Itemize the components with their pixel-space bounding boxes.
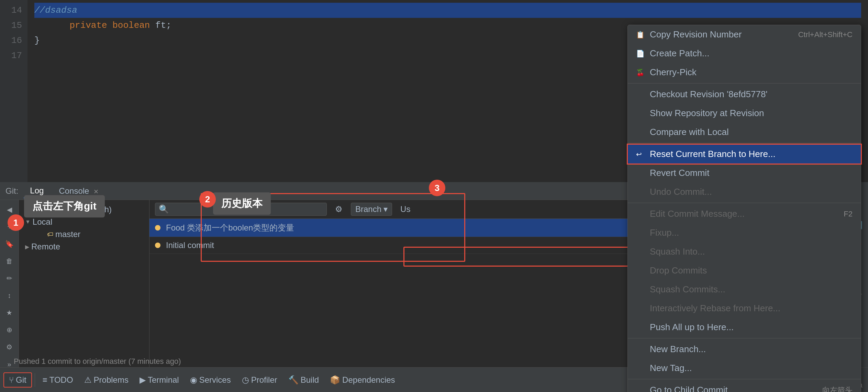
tree-item-master[interactable]: 🏷 master bbox=[22, 228, 146, 240]
sep-4 bbox=[628, 338, 861, 338]
toolbar-build[interactable]: 🔨 Build bbox=[283, 373, 324, 387]
compare-label: Compare with Local bbox=[650, 127, 853, 137]
menu-fixup: Fixup... bbox=[628, 223, 861, 242]
toolbar-git[interactable]: ⑂ Git bbox=[3, 372, 32, 388]
copy-revision-label: Copy Revision Number bbox=[650, 29, 794, 40]
squash-commits-label: Squash Commits... bbox=[650, 284, 853, 295]
toolbar-problems[interactable]: ⚠ Problems bbox=[79, 373, 133, 387]
circle-3: 3 bbox=[429, 180, 445, 196]
copy-revision-shortcut: Ctrl+Alt+Shift+C bbox=[798, 30, 853, 39]
branch-icon: 🏷 bbox=[47, 231, 53, 238]
circle-1: 1 bbox=[8, 214, 24, 231]
menu-edit-message: Edit Commit Message... F2 bbox=[628, 204, 861, 223]
reset-label: Reset Current Branch to Here... bbox=[650, 149, 853, 159]
profiler-label: Profiler bbox=[251, 375, 277, 385]
revert-label: Revert Commit bbox=[650, 168, 853, 178]
sidebar-plus-icon[interactable]: ⊕ bbox=[2, 323, 16, 337]
toolbar-services[interactable]: ◉ Services bbox=[185, 373, 236, 387]
build-icon: 🔨 bbox=[288, 375, 299, 385]
undo-label: Undo Commit... bbox=[650, 187, 853, 197]
goto-child-shortcut: 向左箭头 bbox=[822, 385, 853, 392]
menu-show-repo[interactable]: Show Repository at Revision bbox=[628, 104, 861, 123]
menu-undo-commit: Undo Commit... bbox=[628, 182, 861, 201]
line-num-14: 14 bbox=[0, 3, 22, 18]
terminal-label: Terminal bbox=[148, 375, 179, 385]
new-branch-label: New Branch... bbox=[650, 344, 853, 355]
build-label: Build bbox=[301, 375, 319, 385]
toolbar-todo[interactable]: ≡ TODO bbox=[38, 373, 78, 387]
menu-squash-into: Squash Into... bbox=[628, 242, 861, 261]
settings-icon[interactable]: ⚙ bbox=[331, 203, 347, 215]
menu-reset-branch[interactable]: ↩ Reset Current Branch to Here... bbox=[628, 145, 861, 164]
dependencies-label: Dependencies bbox=[342, 375, 395, 385]
sidebar-star-icon[interactable]: ★ bbox=[2, 306, 16, 320]
cherry-pick-label: Cherry-Pick bbox=[650, 67, 853, 78]
menu-new-tag[interactable]: New Tag... bbox=[628, 359, 861, 378]
menu-create-patch[interactable]: 📄 Create Patch... bbox=[628, 44, 861, 63]
git-label: Git: bbox=[5, 186, 18, 196]
services-label: Services bbox=[199, 375, 231, 385]
show-repo-label: Show Repository at Revision bbox=[650, 108, 853, 119]
rebase-label: Interactively Rebase from Here... bbox=[650, 303, 853, 314]
menu-compare-local[interactable]: Compare with Local bbox=[628, 123, 861, 142]
problems-icon: ⚠ bbox=[84, 375, 92, 385]
context-menu: 📋 Copy Revision Number Ctrl+Alt+Shift+C … bbox=[627, 25, 861, 392]
menu-push-all[interactable]: Push All up to Here... bbox=[628, 318, 861, 337]
remote-label: Remote bbox=[31, 242, 60, 251]
sep-3 bbox=[628, 203, 861, 203]
menu-drop-commits: Drop Commits bbox=[628, 261, 861, 280]
push-all-label: Push All up to Here... bbox=[650, 322, 853, 333]
commit-dot-1 bbox=[155, 243, 160, 248]
sidebar-move-icon[interactable]: ↕ bbox=[2, 289, 16, 302]
sidebar-gear-icon[interactable]: ⚙ bbox=[2, 340, 16, 354]
services-icon: ◉ bbox=[190, 375, 197, 385]
menu-checkout-revision[interactable]: Checkout Revision '8efd5778' bbox=[628, 85, 861, 104]
menu-cherry-pick[interactable]: 🍒 Cherry-Pick bbox=[628, 63, 861, 82]
user-icon[interactable]: Us bbox=[396, 203, 414, 215]
menu-copy-revision[interactable]: 📋 Copy Revision Number Ctrl+Alt+Shift+C bbox=[628, 25, 861, 44]
local-arrow-icon: ▼ bbox=[25, 219, 31, 225]
tooltip-1: 点击左下角git bbox=[24, 195, 105, 217]
checkout-label: Checkout Revision '8efd5778' bbox=[650, 89, 853, 100]
cherry-pick-menu-icon: 🍒 bbox=[636, 68, 646, 77]
profiler-icon: ◷ bbox=[242, 375, 249, 385]
menu-interactive-rebase: Interactively Rebase from Here... bbox=[628, 299, 861, 318]
sidebar-edit-icon[interactable]: ✏ bbox=[2, 271, 16, 285]
toolbar-dependencies[interactable]: 📦 Dependencies bbox=[325, 373, 400, 387]
drop-commits-label: Drop Commits bbox=[650, 265, 853, 276]
sep-2 bbox=[628, 143, 861, 143]
copy-revision-icon: 📋 bbox=[636, 31, 646, 39]
line-num-15: 15 bbox=[0, 18, 22, 33]
tree-item-local[interactable]: ▼ Local bbox=[22, 216, 146, 228]
circle-2: 2 bbox=[199, 191, 216, 208]
sidebar-delete-icon[interactable]: 🗑 bbox=[2, 254, 16, 268]
menu-revert-commit[interactable]: Revert Commit bbox=[628, 164, 861, 182]
pushed-info: Pushed 1 commit to origin/master (7 minu… bbox=[14, 357, 181, 366]
edit-msg-label: Edit Commit Message... bbox=[650, 209, 839, 219]
squash-into-label: Squash Into... bbox=[650, 246, 853, 257]
problems-label: Problems bbox=[94, 375, 129, 385]
sep-5 bbox=[628, 379, 861, 379]
line-num-16: 16 bbox=[0, 33, 22, 48]
sidebar-bookmark-icon[interactable]: 🔖 bbox=[2, 237, 16, 251]
console-close-icon[interactable]: ✕ bbox=[93, 188, 99, 195]
branch-arrow-icon: ▾ bbox=[383, 204, 388, 214]
create-patch-label: Create Patch... bbox=[650, 48, 853, 59]
toolbar-terminal[interactable]: ▶ Terminal bbox=[135, 373, 184, 387]
create-patch-icon: 📄 bbox=[636, 49, 646, 58]
dependencies-icon: 📦 bbox=[330, 375, 340, 385]
sep-1 bbox=[628, 83, 861, 83]
toolbar-profiler[interactable]: ◷ Profiler bbox=[237, 373, 282, 387]
menu-new-branch[interactable]: New Branch... bbox=[628, 340, 861, 359]
remote-arrow-icon: ▶ bbox=[25, 244, 29, 250]
branch-selector[interactable]: Branch ▾ bbox=[351, 203, 392, 216]
reset-icon: ↩ bbox=[636, 150, 646, 158]
master-label: master bbox=[55, 229, 80, 239]
menu-goto-child[interactable]: Go to Child Commit 向左箭头 bbox=[628, 381, 861, 392]
goto-child-label: Go to Child Commit bbox=[650, 385, 818, 392]
edit-msg-shortcut: F2 bbox=[844, 210, 853, 219]
tree-item-remote[interactable]: ▶ Remote bbox=[22, 240, 146, 253]
menu-squash-commits: Squash Commits... bbox=[628, 280, 861, 299]
commit-dot-0 bbox=[155, 225, 160, 231]
terminal-icon: ▶ bbox=[140, 375, 146, 385]
